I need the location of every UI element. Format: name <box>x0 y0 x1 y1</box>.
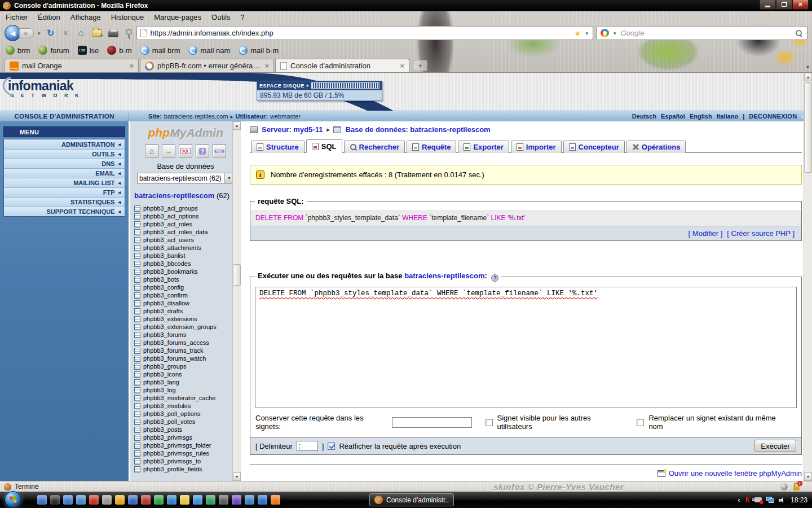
table-list-item[interactable]: phpbb3_forums_track <box>134 347 241 354</box>
menu-entry[interactable]: Affichage <box>70 13 101 21</box>
sql-action-link[interactable]: [ Créer source PHP ] <box>727 229 795 238</box>
table-list-item[interactable]: phpbb3_groups <box>134 362 241 370</box>
security-lock-icon[interactable]: ! <box>793 485 800 491</box>
table-list-item[interactable]: phpbb3_lang <box>134 378 241 386</box>
internet-explorer-icon[interactable] <box>258 495 267 505</box>
browser-tab[interactable]: phpBB-fr.com • erreur générale pou... × <box>140 59 274 72</box>
sql-window-icon[interactable]: SQL <box>179 144 192 157</box>
table-list-item[interactable]: phpbb3_extension_groups <box>134 323 241 331</box>
google-earth-icon[interactable] <box>167 495 176 505</box>
softphone-icon[interactable] <box>232 495 241 505</box>
media-player-icon[interactable] <box>141 495 151 505</box>
table-list-item[interactable]: phpbb3_config <box>134 283 241 291</box>
url-bar[interactable]: https://admin.infomaniak.ch/index.php ★ … <box>136 26 593 40</box>
tab-close-icon[interactable]: × <box>129 62 134 70</box>
new-folder-icon[interactable] <box>92 29 102 37</box>
server-link[interactable]: Serveur: myd5-11 <box>262 125 323 134</box>
infomaniak-logo[interactable]: infomaniak N E T W O R K <box>8 78 82 98</box>
language-link[interactable]: Deutsch <box>632 113 656 120</box>
table-list-item[interactable]: phpbb3_bbcodes <box>134 260 241 268</box>
url-dropdown-icon[interactable]: ▾ <box>584 30 589 36</box>
pma-tab[interactable]: SQL <box>306 139 342 153</box>
menu-entry[interactable]: Édition <box>38 13 60 21</box>
bookmark-item[interactable]: mail brm <box>140 46 180 55</box>
bookmark-item[interactable]: mail b-m <box>239 46 279 55</box>
database-select[interactable]: batraciens-reptilescom (62) ▼ <box>137 173 234 183</box>
scroll-down-icon[interactable]: ▼ <box>804 472 812 481</box>
pma-tab[interactable]: Opérations <box>626 141 686 153</box>
firefox-icon[interactable] <box>271 495 280 505</box>
bookmark-item[interactable]: forum <box>38 46 69 55</box>
table-list-item[interactable]: phpbb3_posts <box>134 426 241 433</box>
table-list-item[interactable]: phpbb3_icons <box>134 370 241 378</box>
pma-tab[interactable]: Exporter <box>458 141 509 153</box>
table-list-item[interactable]: phpbb3_acl_options <box>134 212 241 220</box>
table-list-item[interactable]: phpbb3_forums_watch <box>134 354 241 362</box>
search-icon[interactable] <box>795 29 803 37</box>
menu-item[interactable]: FTP ◂ <box>4 187 125 197</box>
home-icon[interactable]: ⌂ <box>145 144 158 157</box>
minimize-button[interactable] <box>760 0 776 10</box>
menu-item[interactable]: ADMINISTRATION ◂ <box>4 139 125 149</box>
scrollbar-thumb[interactable] <box>804 82 812 173</box>
power-plug-icon[interactable] <box>754 497 762 502</box>
database-breadcrumb-link[interactable]: Base de données: batraciens-reptilescom <box>345 125 490 134</box>
table-list-item[interactable]: phpbb3_forums_access <box>134 339 241 347</box>
scrollbar-thumb[interactable] <box>233 264 241 286</box>
network-icon[interactable] <box>766 497 774 503</box>
headphones-icon[interactable] <box>50 495 60 505</box>
forward-button[interactable]: ▶ <box>19 28 34 38</box>
sql-query-textarea[interactable]: DELETE FROM `phpbb3_styles_template_data… <box>255 287 797 408</box>
search-input[interactable]: Google <box>621 29 792 37</box>
table-list-item[interactable]: phpbb3_modules <box>134 402 241 410</box>
pma-tab[interactable]: Rechercher <box>344 141 405 153</box>
display-settings-icon[interactable] <box>63 495 73 505</box>
messenger-folder-icon[interactable] <box>180 495 189 505</box>
table-list-item[interactable]: phpbb3_moderator_cache <box>134 394 241 402</box>
table-list-item[interactable]: phpbb3_extensions <box>134 315 241 323</box>
quicktime-icon[interactable] <box>245 495 254 505</box>
bookmark-item[interactable]: brm <box>6 46 30 55</box>
menu-item[interactable]: OUTILS ◂ <box>4 149 125 159</box>
table-list-item[interactable]: phpbb3_poll_votes <box>134 418 241 426</box>
bookmark-item[interactable]: b-m <box>107 46 131 55</box>
list-all-tabs-icon[interactable]: ▾ <box>806 64 809 70</box>
bookmark-star-icon[interactable]: ★ <box>574 29 581 38</box>
antivirus-icon[interactable]: K <box>745 496 750 505</box>
tab-close-icon[interactable]: × <box>400 62 404 70</box>
database-link[interactable]: batraciens-reptilescom <box>134 191 214 200</box>
external-drive-icon[interactable] <box>102 495 112 505</box>
history-dropdown-icon[interactable]: ▾ <box>37 30 42 36</box>
pma-tab[interactable]: Concepteur <box>563 141 625 153</box>
table-list-item[interactable]: phpbb3_bots <box>134 275 241 283</box>
menu-item[interactable]: SUPPORT TECHNIQUE ◂ <box>4 207 125 216</box>
sphere-icon[interactable] <box>780 483 788 491</box>
menu-item[interactable]: DNS ◂ <box>4 159 125 168</box>
itunes-icon[interactable] <box>193 495 202 505</box>
language-link[interactable]: Español <box>661 113 685 120</box>
site-identity-icon[interactable] <box>140 29 147 37</box>
back-button[interactable]: ◀ <box>5 25 21 41</box>
search-box[interactable]: ▾ Google <box>596 26 807 40</box>
web-globe-icon[interactable] <box>206 495 215 505</box>
table-list-item[interactable]: phpbb3_profile_fields <box>134 465 241 473</box>
logout-icon[interactable]: → <box>162 144 175 157</box>
execute-button[interactable]: Exécuter <box>754 440 796 452</box>
explorer-window-icon[interactable] <box>76 495 86 505</box>
page-scrollbar[interactable]: ▲ ▼ <box>804 73 812 481</box>
pma-tab[interactable]: Importer <box>511 141 562 153</box>
table-list-item[interactable]: phpbb3_log <box>134 386 241 394</box>
browser-tab[interactable]: Console d'administration × <box>275 59 409 72</box>
browser-tab[interactable]: orange mail Orange × <box>5 59 139 72</box>
bookmark-item[interactable]: LSE lse <box>78 46 99 55</box>
taskbar-window-button[interactable]: Console d'administr... <box>369 493 454 506</box>
close-button[interactable]: × <box>792 0 809 10</box>
reload-icon[interactable]: ↻ <box>45 28 57 38</box>
table-list-item[interactable]: phpbb3_acl_roles <box>134 220 241 228</box>
menu-entry[interactable]: Marque-pages <box>154 13 201 21</box>
table-list-item[interactable]: phpbb3_privmsgs_to <box>134 457 241 465</box>
scroll-down-icon[interactable]: ▼ <box>233 472 241 481</box>
bookmark-item[interactable]: mail nam <box>188 46 230 55</box>
scroll-up-icon[interactable]: ▲ <box>233 121 241 130</box>
menu-entry[interactable]: Fichier <box>6 13 28 21</box>
